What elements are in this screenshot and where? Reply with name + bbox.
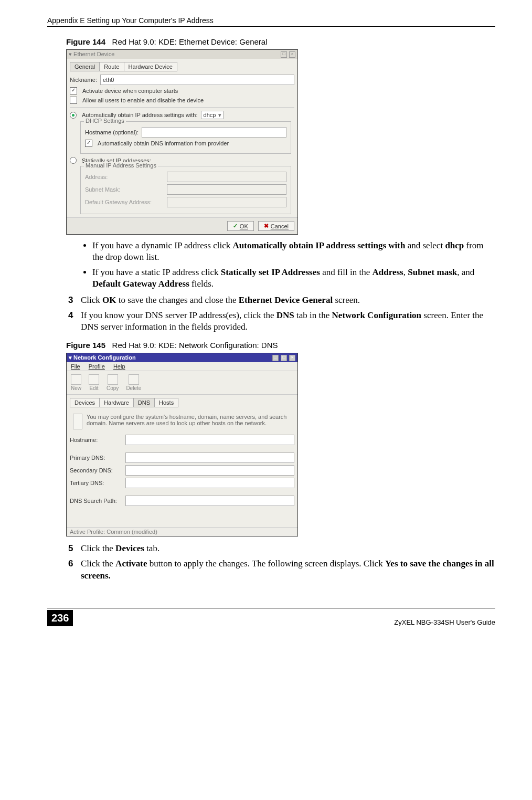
step-5: 5Click the Devices tab. <box>68 543 495 555</box>
step-4-b2: Network Configuration <box>332 310 421 320</box>
auto-ip-radio[interactable] <box>70 112 77 119</box>
maximize-icon[interactable]: □ <box>281 355 287 361</box>
edit-button[interactable]: Edit <box>89 374 99 391</box>
step-6-mid: button to apply the changes. The followi… <box>147 559 385 569</box>
bullet-2: If you have a static IP address click St… <box>92 267 495 290</box>
delete-icon <box>129 374 139 385</box>
button-bar: ✓OK ✖Cancel <box>67 217 297 234</box>
static-ip-radio[interactable] <box>70 157 77 164</box>
new-icon <box>71 374 81 385</box>
servers-icon <box>73 414 82 429</box>
minimize-icon[interactable]: _ <box>272 355 279 361</box>
tab-devices[interactable]: Devices <box>70 398 100 407</box>
ok-label: OK <box>240 223 248 229</box>
titlebar-2: ▾ Network Configuration _ □ × <box>67 353 297 362</box>
edit-icon <box>89 374 99 385</box>
tab-devices-label: Devices <box>75 399 95 406</box>
toolbar: New Edit Copy Delete <box>67 371 297 395</box>
copy-icon <box>108 374 118 385</box>
dns-search-input[interactable] <box>125 496 294 506</box>
tab-route-label: Route <box>104 64 119 70</box>
figure-144-label: Figure 144 <box>66 37 105 46</box>
tab-bar-2: Devices Hardware DNS Hosts <box>70 398 294 407</box>
step-5-b1: Devices <box>115 543 144 553</box>
dns-search-label: DNS Search Path: <box>70 498 122 504</box>
bullet-list: If you have a dynamic IP address click A… <box>92 240 495 290</box>
subnet-input <box>167 184 286 195</box>
tab-general[interactable]: General <box>70 62 100 71</box>
tab-hosts-label: Hosts <box>159 399 174 406</box>
cancel-label: Cancel <box>271 223 289 229</box>
figure-144-text: Red Hat 9.0: KDE: Ethernet Device: Gener… <box>112 37 268 46</box>
bullet-2-bold3: Subnet mask <box>408 267 457 277</box>
figure-145-text: Red Hat 9.0: KDE: Network Configuration:… <box>112 341 278 350</box>
figure-144-caption: Figure 144 Red Hat 9.0: KDE: Ethernet De… <box>66 37 495 46</box>
steps-list-1: 3Click OK to save the changes and close … <box>68 294 495 333</box>
tertiary-dns-input[interactable] <box>125 478 294 488</box>
address-input <box>167 172 286 182</box>
tab-hosts[interactable]: Hosts <box>154 398 178 407</box>
manual-ip-group: Manual IP Address Settings Address: Subn… <box>80 166 291 214</box>
steps-list-2: 5Click the Devices tab. 6Click the Activ… <box>68 543 495 582</box>
ok-button[interactable]: ✓OK <box>227 221 254 231</box>
page-footer: 236 ZyXEL NBG-334SH User's Guide <box>47 608 495 626</box>
menu-help[interactable]: Help <box>113 363 125 370</box>
auto-ip-dropdown[interactable]: dhcp <box>201 111 224 119</box>
copy-button[interactable]: Copy <box>107 374 119 391</box>
tab-hardware-device[interactable]: Hardware Device <box>124 62 177 71</box>
hostname-input[interactable] <box>142 127 286 138</box>
step-5-post: tab. <box>144 543 159 553</box>
subnet-label: Subnet Mask: <box>85 186 164 193</box>
allow-users-label: Allow all users to enable and disable th… <box>82 97 204 103</box>
bullet-2-bold1: Statically set IP Addresses <box>221 267 320 277</box>
network-configuration-dialog: ▾ Network Configuration _ □ × File Profi… <box>66 353 298 536</box>
tab-hardware[interactable]: Hardware <box>99 398 134 407</box>
new-button[interactable]: New <box>71 374 81 391</box>
tab-route[interactable]: Route <box>99 62 124 71</box>
secondary-dns-input[interactable] <box>125 465 294 476</box>
primary-dns-label: Primary DNS: <box>70 455 122 461</box>
gateway-input <box>167 197 286 207</box>
bullet-1-text: If you have a dynamic IP address click <box>92 240 233 250</box>
step-6: 6Click the Activate button to apply the … <box>68 558 495 582</box>
auto-dns-checkbox[interactable]: ✓ <box>85 140 92 147</box>
step-5-pre: Click the <box>81 543 115 553</box>
guide-name: ZyXEL NBG-334SH User's Guide <box>394 618 495 626</box>
bullet-1-bold1: Automatically obtain IP address settings… <box>233 240 406 250</box>
tab-general-label: General <box>75 64 95 70</box>
dhcp-settings-legend: DHCP Settings <box>84 118 126 124</box>
bullet-2-post: fields. <box>189 279 214 289</box>
window-restore-icon[interactable]: □ <box>281 51 287 58</box>
nickname-value: eth0 <box>103 77 114 83</box>
bullet-1-mid: and select <box>405 240 445 250</box>
page-number: 236 <box>47 610 73 626</box>
titlebar: ▾ Ethernet Device □ × <box>67 50 297 59</box>
new-label: New <box>71 385 81 391</box>
menu-profile[interactable]: Profile <box>89 363 105 370</box>
edit-label: Edit <box>89 385 98 391</box>
allow-users-checkbox[interactable] <box>70 97 77 104</box>
menu-file[interactable]: File <box>71 363 80 370</box>
close-icon-2[interactable]: × <box>289 355 295 361</box>
step-3-b1: OK <box>102 295 116 305</box>
delete-button[interactable]: Delete <box>126 374 141 391</box>
tab-dns[interactable]: DNS <box>133 398 155 407</box>
nickname-label: Nickname: <box>70 77 97 83</box>
nickname-input[interactable]: eth0 <box>100 75 294 85</box>
primary-dns-input[interactable] <box>125 452 294 463</box>
activate-checkbox[interactable]: ✓ <box>70 87 77 94</box>
step-3-post: screen. <box>333 295 360 305</box>
step-4-num: 4 <box>68 310 81 334</box>
close-icon[interactable]: × <box>289 51 295 58</box>
step-3-num: 3 <box>68 294 81 307</box>
step-5-num: 5 <box>68 543 81 555</box>
running-header: Appendix E Setting up Your Computer's IP… <box>47 16 214 25</box>
bullet-1-bold2: dhcp <box>445 240 464 250</box>
hostname-label-2: Hostname: <box>70 437 122 443</box>
hostname-input-2[interactable] <box>125 435 294 445</box>
auto-ip-value: dhcp <box>204 112 216 118</box>
tab-dns-label: DNS <box>138 399 150 406</box>
check-icon: ✓ <box>233 223 238 229</box>
bullet-2-bold4: Default Gateway Address <box>92 279 189 289</box>
cancel-button[interactable]: ✖Cancel <box>258 221 294 231</box>
